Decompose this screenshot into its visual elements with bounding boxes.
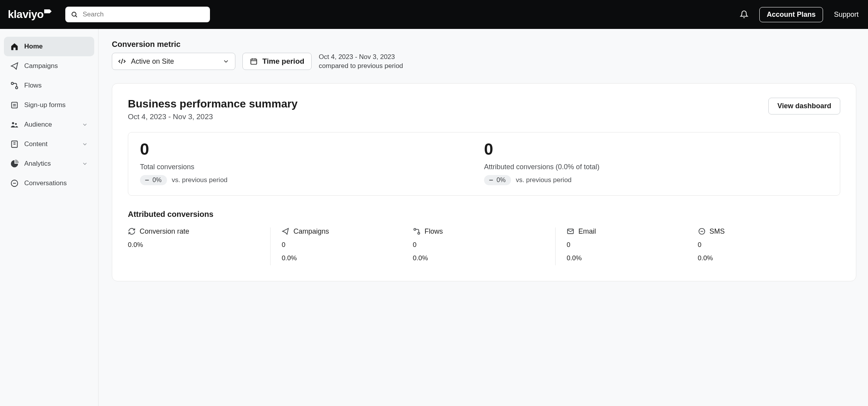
sidebar-item-analytics[interactable]: Analytics [4, 154, 94, 173]
logo-text: klaviyo [8, 8, 43, 21]
attr-value-1: 0 [413, 241, 546, 249]
sidebar-item-label: Conversations [24, 179, 67, 187]
stat-value: 0 [140, 141, 484, 157]
chevron-down-icon [82, 141, 88, 147]
sidebar-item-content[interactable]: Content [4, 134, 94, 154]
svg-point-3 [16, 87, 18, 89]
refresh-icon [128, 227, 136, 235]
dash-icon [144, 177, 150, 183]
analytics-icon [10, 159, 19, 168]
attr-value-1: 0 [567, 241, 688, 249]
svg-point-22 [418, 233, 420, 234]
time-period-label: Time period [262, 57, 304, 66]
sidebar-item-campaigns[interactable]: Campaigns [4, 56, 94, 76]
chevron-down-icon [82, 122, 88, 128]
top-bar: klaviyo Account Plans Support [0, 0, 868, 29]
summary-subtitle: Oct 4, 2023 - Nov 3, 2023 [128, 113, 298, 121]
attr-label: Email [578, 227, 596, 236]
logo-flag-icon [44, 9, 50, 13]
support-link[interactable]: Support [834, 11, 859, 19]
search-icon [71, 11, 78, 18]
svg-rect-15 [251, 59, 257, 64]
summary-title: Business performance summary [128, 98, 298, 110]
dash-icon [488, 177, 494, 183]
sidebar: Home Campaigns Flows Sign-up forms Audie… [0, 29, 99, 406]
sidebar-item-label: Campaigns [24, 62, 58, 70]
attr-col-email: Email 0 0.0% [555, 227, 698, 265]
attr-value-1: 0 [282, 241, 403, 249]
svg-line-14 [121, 59, 123, 64]
svg-rect-4 [12, 102, 18, 108]
conversion-metric-dropdown[interactable]: Active on Site [112, 53, 235, 70]
attr-col-campaigns: Campaigns 0 0.0% [270, 227, 412, 265]
sidebar-item-conversations[interactable]: Conversations [4, 173, 94, 193]
conversion-metric-value: Active on Site [131, 57, 218, 66]
sidebar-item-flows[interactable]: Flows [4, 76, 94, 95]
svg-point-0 [72, 12, 76, 16]
top-right: Account Plans Support [740, 7, 859, 22]
notifications-icon[interactable] [740, 10, 748, 19]
delta-chip: 0% [140, 175, 167, 185]
attr-value-1: 0 [698, 241, 831, 249]
total-conversions-stat: 0 Total conversions 0% vs. previous peri… [140, 141, 484, 185]
attr-col-sms: SMS 0 0.0% [698, 227, 840, 265]
svg-point-7 [12, 122, 14, 125]
attr-col-flows: Flows 0 0.0% [413, 227, 555, 265]
sidebar-item-label: Sign-up forms [24, 101, 66, 109]
vs-text: vs. previous period [516, 176, 572, 184]
attributed-columns: Conversion rate 0.0% Campaigns 0 0.0% Fl [128, 227, 840, 265]
sidebar-item-home[interactable]: Home [4, 37, 94, 56]
calendar-icon [250, 57, 258, 65]
audience-icon [10, 120, 19, 129]
send-icon [10, 62, 19, 70]
delta-value: 0% [152, 177, 161, 184]
email-icon [567, 227, 574, 235]
attr-label: SMS [710, 227, 725, 236]
delta-chip: 0% [484, 175, 511, 185]
search-wrap [65, 7, 210, 22]
stat-label: Attributed conversions (0.0% of total) [484, 163, 828, 171]
main-content: Conversion metric Active on Site Time pe… [99, 29, 868, 406]
stat-value: 0 [484, 141, 828, 157]
flows-icon [10, 81, 19, 90]
attr-label: Flows [425, 227, 443, 236]
svg-line-1 [76, 16, 77, 17]
form-icon [10, 101, 19, 109]
chat-icon [698, 227, 706, 235]
conversion-metric-label: Conversion metric [112, 40, 856, 49]
totals-box: 0 Total conversions 0% vs. previous peri… [128, 132, 840, 196]
home-icon [10, 42, 19, 51]
chat-icon [10, 179, 19, 188]
attr-value-2: 0.0% [567, 254, 688, 262]
svg-point-8 [15, 123, 17, 125]
delta-value: 0% [497, 177, 506, 184]
search-input[interactable] [65, 7, 210, 22]
account-plans-button[interactable]: Account Plans [759, 7, 823, 22]
svg-point-2 [11, 82, 14, 85]
sidebar-item-label: Analytics [24, 160, 51, 168]
code-icon [118, 57, 126, 66]
attr-label: Campaigns [293, 227, 329, 236]
content-icon [10, 140, 19, 148]
sidebar-item-signup-forms[interactable]: Sign-up forms [4, 95, 94, 115]
sidebar-item-audience[interactable]: Audience [4, 115, 94, 134]
sidebar-item-label: Home [24, 43, 43, 50]
flows-icon [413, 227, 421, 235]
attr-value-1: 0.0% [128, 241, 261, 249]
attr-value-2: 0.0% [282, 254, 403, 262]
stat-label: Total conversions [140, 163, 484, 171]
attributed-heading: Attributed conversions [128, 210, 840, 219]
attr-col-conversion-rate: Conversion rate 0.0% [128, 227, 270, 265]
attr-value-2: 0.0% [698, 254, 831, 262]
attr-label: Conversion rate [140, 227, 189, 236]
time-period-button[interactable]: Time period [242, 53, 312, 70]
sidebar-item-label: Content [24, 140, 48, 148]
send-icon [282, 227, 289, 235]
chevron-down-icon [82, 161, 88, 167]
period-compare: compared to previous period [319, 62, 403, 71]
sidebar-item-label: Audience [24, 121, 52, 129]
logo[interactable]: klaviyo [8, 8, 50, 21]
view-dashboard-button[interactable]: View dashboard [768, 98, 840, 114]
svg-point-21 [414, 229, 416, 231]
attr-value-2: 0.0% [413, 254, 546, 262]
